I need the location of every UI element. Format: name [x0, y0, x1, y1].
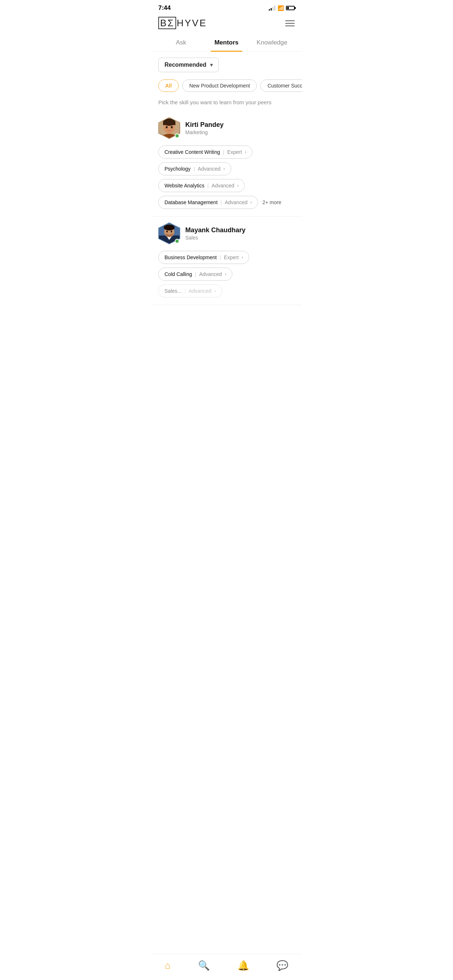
- chevron-right-icon: ›: [245, 150, 246, 154]
- chevron-right-icon: ›: [214, 288, 216, 293]
- online-indicator-kirti: [175, 134, 179, 138]
- bottom-spacer: [151, 305, 302, 334]
- status-time: 7:44: [158, 5, 171, 12]
- status-bar: 7:44 📶: [151, 0, 302, 14]
- subtitle: Pick the skill you want to learn from yo…: [151, 98, 302, 111]
- skill-tags-kirti: Creative Content Writing | Expert › Psyc…: [158, 145, 295, 209]
- chevron-down-icon: ▾: [210, 62, 213, 68]
- mentor-card-kirti: Kirti Pandey Marketing Creative Content …: [151, 111, 302, 216]
- mentor-role-kirti: Marketing: [185, 129, 223, 135]
- mentor-header-kirti: Kirti Pandey Marketing: [158, 117, 295, 139]
- skill-row: Sales... | Advanced ›: [158, 285, 295, 298]
- tab-ask[interactable]: Ask: [158, 35, 204, 51]
- main-tabs: Ask Mentors Knowledge: [151, 35, 302, 52]
- skill-creative-content-writing[interactable]: Creative Content Writing | Expert ›: [158, 145, 252, 159]
- avatar-mayank[interactable]: [158, 223, 180, 244]
- signal-icon: [269, 5, 275, 11]
- filter-label: Recommended: [164, 62, 206, 68]
- svg-point-7: [171, 126, 173, 128]
- chevron-right-icon: ›: [250, 200, 252, 205]
- avatar-kirti[interactable]: [158, 117, 180, 139]
- skill-business-development[interactable]: Business Development | Expert ›: [158, 251, 249, 264]
- mentor-header-mayank: Mayank Chaudhary Sales: [158, 223, 295, 244]
- category-pills: All New Product Development Customer Suc…: [151, 76, 302, 98]
- skill-row: Psychology | Advanced ›: [158, 162, 295, 175]
- mentor-name-mayank: Mayank Chaudhary: [185, 226, 246, 234]
- skill-row: Website Analytics | Advanced ›: [158, 179, 295, 192]
- svg-point-14: [166, 231, 168, 232]
- skill-cold-calling[interactable]: Cold Calling | Advanced ›: [158, 267, 232, 281]
- battery-icon: [286, 6, 295, 10]
- logo: BΣHYVE: [158, 18, 207, 29]
- mentor-card-mayank: Mayank Chaudhary Sales Business Developm…: [151, 216, 302, 305]
- more-skills-label[interactable]: 2+ more: [262, 199, 281, 205]
- svg-point-13: [164, 224, 175, 231]
- hamburger-menu-button[interactable]: [285, 21, 295, 26]
- skill-row: Cold Calling | Advanced ›: [158, 267, 295, 281]
- chevron-right-icon: ›: [223, 166, 225, 171]
- tab-mentors[interactable]: Mentors: [204, 35, 249, 51]
- online-indicator-mayank: [175, 239, 179, 243]
- skill-psychology[interactable]: Psychology | Advanced ›: [158, 162, 231, 175]
- svg-point-6: [166, 126, 168, 128]
- tab-knowledge[interactable]: Knowledge: [249, 35, 295, 51]
- skill-sales[interactable]: Sales... | Advanced ›: [158, 285, 222, 298]
- wifi-icon: 📶: [278, 5, 284, 11]
- skill-row: Creative Content Writing | Expert ›: [158, 145, 295, 159]
- chevron-right-icon: ›: [237, 183, 239, 188]
- svg-rect-4: [163, 122, 175, 125]
- filter-dropdown[interactable]: Recommended ▾: [158, 57, 219, 72]
- category-npd[interactable]: New Product Development: [182, 80, 257, 92]
- mentor-name-kirti: Kirti Pandey: [185, 121, 223, 129]
- header: BΣHYVE: [151, 14, 302, 35]
- tab-active-indicator: [211, 51, 242, 52]
- status-icons: 📶: [269, 5, 295, 11]
- category-cs[interactable]: Customer Success: [260, 80, 302, 92]
- chevron-right-icon: ›: [241, 255, 243, 260]
- category-all[interactable]: All: [158, 80, 179, 92]
- skill-row: Database Management | Advanced › 2+ more: [158, 196, 295, 209]
- skill-website-analytics[interactable]: Website Analytics | Advanced ›: [158, 179, 245, 192]
- skill-row: Business Development | Expert ›: [158, 251, 295, 264]
- skill-database-management[interactable]: Database Management | Advanced ›: [158, 196, 258, 209]
- svg-point-15: [171, 231, 172, 232]
- mentor-role-mayank: Sales: [185, 235, 246, 240]
- chevron-right-icon: ›: [225, 272, 226, 277]
- filter-section: Recommended ▾: [151, 52, 302, 76]
- skill-tags-mayank: Business Development | Expert › Cold Cal…: [158, 251, 295, 298]
